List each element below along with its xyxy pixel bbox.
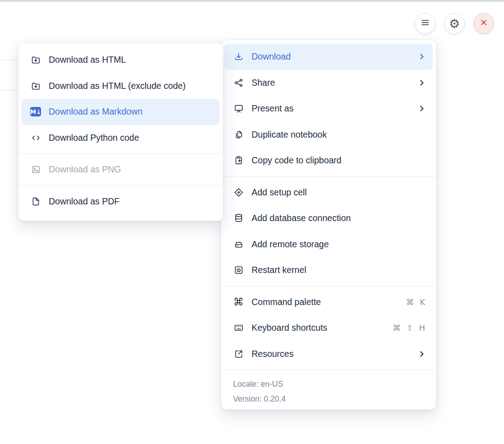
window-top-border [0,0,504,2]
chevron-right-icon [418,53,425,60]
presentation-icon [233,103,244,114]
chevron-right-icon [418,351,425,357]
hamburger-menu-button[interactable] [415,13,435,34]
chevron-right-icon [418,79,425,86]
storage-drive-icon [233,239,244,250]
menu-item-download-as-pdf[interactable]: Download as PDF [18,189,223,215]
menu-item-add-setup-cell[interactable]: Add setup cell [221,180,436,206]
shortcut-hint: ⌘ ⇧ H [393,323,425,333]
menu-item-label: Share [252,78,418,88]
duplicate-icon [233,129,244,140]
menu-item-resources[interactable]: Resources [221,341,436,367]
keyboard-icon [233,323,244,333]
folder-download-icon [30,80,41,91]
menu-item-label: Command palette [252,297,406,307]
code-icon [30,132,41,143]
chevron-right-icon [418,105,425,112]
menu-item-present-as[interactable]: Present as [221,96,436,122]
menu-item-download-python-code[interactable]: Download Python code [18,125,223,151]
clipboard-copy-icon [233,155,244,166]
menu-item-duplicate-notebook[interactable]: Duplicate notebook [221,122,436,148]
menu-item-label: Download as HTML [49,55,212,65]
menu-item-download-as-html[interactable]: Download as HTML [18,47,223,73]
menu-item-command-palette[interactable]: ⌘ Command palette ⌘ K [221,289,436,315]
notebook-actions-menu: Download Share Present as Duplicate note… [221,40,436,410]
menu-item-download-as-png[interactable]: Download as PNG [18,157,223,183]
menu-item-share[interactable]: Share [221,70,436,96]
markdown-icon: M↓ [30,106,41,117]
menu-item-add-remote-storage[interactable]: Add remote storage [221,231,436,258]
menu-divider [221,370,436,370]
image-icon [30,164,41,175]
menu-item-label: Download as PNG [49,164,212,175]
menu-divider [18,185,223,186]
menu-item-copy-code-to-clipboard[interactable]: Copy code to clipboard [221,148,436,174]
menu-item-label: Add setup cell [252,187,425,198]
menu-divider [18,153,223,154]
gear-icon: ⚙ [449,18,460,30]
menu-item-add-database-connection[interactable]: Add database connection [221,205,436,231]
folder-download-icon [30,55,41,65]
file-icon [30,196,41,207]
command-icon: ⌘ [233,296,244,307]
menu-item-restart-kernel[interactable]: Restart kernel [221,257,436,283]
download-icon [233,51,244,62]
menu-item-label: Present as [252,103,418,114]
menu-item-label: Download as HTML (exclude code) [49,81,212,91]
menu-item-label: Download [252,51,418,62]
power-square-icon [233,265,244,276]
hamburger-menu-icon [420,17,431,30]
close-button[interactable] [473,13,494,34]
menu-item-label: Duplicate notebook [252,130,425,140]
menu-item-label: Download Python code [49,133,212,143]
locale-info: Locale: en-US [233,377,424,392]
menu-divider [221,286,436,287]
close-icon [479,18,489,29]
menu-item-keyboard-shortcuts[interactable]: Keyboard shortcuts ⌘ ⇧ H [221,315,436,341]
share-icon [233,77,244,88]
menu-item-download[interactable]: Download [225,44,433,70]
menu-item-download-as-markdown[interactable]: M↓ Download as Markdown [22,99,220,125]
menu-item-label: Download as PDF [49,196,212,207]
background-cell-divider [0,60,18,60]
menu-divider [221,176,436,177]
menu-item-label: Add remote storage [252,239,425,250]
settings-button[interactable]: ⚙ [444,13,465,34]
menu-footer: Locale: en-US Version: 0.20.4 [221,373,436,407]
database-icon [233,213,244,224]
shortcut-hint: ⌘ K [406,297,425,307]
version-info: Version: 0.20.4 [233,392,424,407]
diamond-plus-icon [233,187,244,198]
menu-item-label: Keyboard shortcuts [252,323,393,333]
menu-item-download-as-html-exclude-code[interactable]: Download as HTML (exclude code) [18,73,223,99]
menu-item-label: Resources [252,349,418,359]
menu-item-label: Add database connection [252,213,425,223]
background-cell-divider [0,90,18,90]
menu-item-label: Download as Markdown [49,106,212,117]
download-submenu: Download as HTML Download as HTML (exclu… [18,43,223,221]
external-link-icon [233,348,244,359]
menu-item-label: Restart kernel [252,265,425,275]
menu-item-label: Copy code to clipboard [252,155,425,166]
